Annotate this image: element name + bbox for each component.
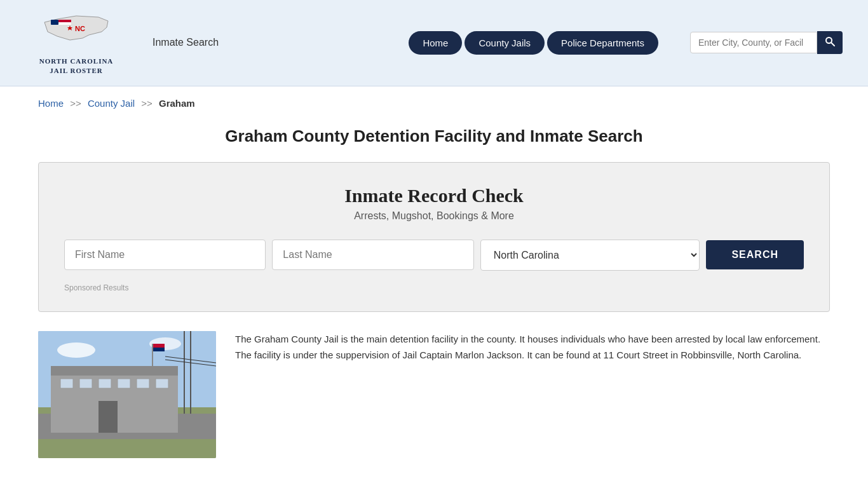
last-name-input[interactable]	[272, 240, 473, 270]
facility-description: The Graham County Jail is the main deten…	[235, 331, 830, 458]
breadcrumb-home[interactable]: Home	[38, 98, 64, 109]
svg-text:NC: NC	[75, 25, 85, 32]
svg-rect-2	[58, 20, 71, 22]
page-title: Graham County Detention Facility and Inm…	[25, 126, 843, 146]
nav-police-departments-button[interactable]: Police Departments	[547, 31, 658, 55]
site-header: NC NORTH CAROLINA JAIL ROSTER Inmate Sea…	[0, 0, 868, 86]
breadcrumb: Home >> County Jail >> Graham	[0, 86, 868, 120]
header-search-button[interactable]	[817, 31, 843, 54]
sponsored-label: Sponsored Results	[64, 283, 804, 292]
svg-rect-18	[118, 379, 130, 388]
svg-rect-1	[51, 20, 58, 25]
breadcrumb-current: Graham	[159, 98, 195, 109]
inmate-search-link[interactable]: Inmate Search	[153, 37, 219, 48]
svg-rect-3	[58, 22, 71, 25]
svg-rect-20	[156, 379, 168, 388]
first-name-input[interactable]	[64, 240, 266, 270]
nav-county-jails-button[interactable]: County Jails	[465, 31, 545, 55]
nc-map-logo: NC	[38, 10, 114, 54]
svg-rect-15	[60, 379, 73, 388]
svg-rect-19	[137, 379, 149, 388]
breadcrumb-county-jail[interactable]: County Jail	[88, 98, 135, 109]
record-check-subtitle: Arrests, Mugshot, Bookings & More	[64, 210, 804, 222]
svg-rect-14	[51, 366, 178, 376]
facility-image-svg	[38, 331, 216, 458]
breadcrumb-sep2: >>	[141, 98, 153, 109]
svg-rect-17	[98, 379, 111, 388]
header-search-input[interactable]	[690, 32, 817, 53]
search-submit-button[interactable]: SEARCH	[706, 240, 804, 269]
logo-text: NORTH CAROLINA JAIL ROSTER	[39, 57, 114, 76]
svg-rect-16	[79, 379, 92, 388]
svg-line-7	[831, 43, 834, 46]
facility-image	[38, 331, 216, 458]
record-check-box: Inmate Record Check Arrests, Mugshot, Bo…	[38, 162, 830, 312]
svg-rect-28	[153, 348, 165, 351]
main-nav: Home County Jails Police Departments	[409, 31, 658, 55]
nav-home-button[interactable]: Home	[409, 31, 462, 55]
svg-point-9	[57, 342, 95, 358]
svg-rect-21	[98, 401, 118, 433]
breadcrumb-sep1: >>	[70, 98, 81, 109]
record-check-title: Inmate Record Check	[64, 185, 804, 207]
search-icon	[825, 36, 835, 46]
state-select[interactable]: AlabamaAlaskaArizonaArkansasCaliforniaCo…	[480, 240, 700, 271]
header-search-area	[690, 31, 843, 54]
logo-area: NC NORTH CAROLINA JAIL ROSTER	[25, 10, 127, 76]
bottom-content: The Graham County Jail is the main deten…	[38, 331, 830, 477]
inmate-search-form: AlabamaAlaskaArizonaArkansasCaliforniaCo…	[64, 240, 804, 271]
